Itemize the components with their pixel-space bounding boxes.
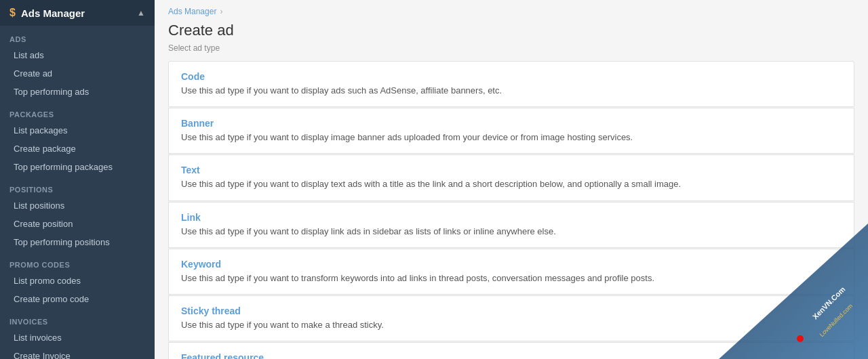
- ad-type-code[interactable]: Code Use this ad type if you want to dis…: [168, 61, 854, 107]
- breadcrumb-separator: ›: [220, 7, 222, 16]
- sidebar: $ Ads Manager ▲ Ads List ads Create ad T…: [0, 0, 155, 359]
- sidebar-item-top-performing-packages[interactable]: Top performing packages: [0, 158, 155, 176]
- sidebar-item-top-performing-positions[interactable]: Top performing positions: [0, 233, 155, 251]
- sidebar-item-top-performing-ads[interactable]: Top performing ads: [0, 83, 155, 101]
- sidebar-item-create-ad[interactable]: Create ad: [0, 64, 155, 83]
- sidebar-header[interactable]: $ Ads Manager ▲: [0, 0, 155, 26]
- ad-type-text-title[interactable]: Text: [181, 165, 842, 175]
- sidebar-item-list-promo-codes[interactable]: List promo codes: [0, 272, 155, 290]
- sidebar-item-create-invoice[interactable]: Create Invoice: [0, 347, 155, 359]
- ad-type-keyword[interactable]: Keyword Use this ad type if you want to …: [168, 249, 854, 295]
- sidebar-item-create-promo-code[interactable]: Create promo code: [0, 290, 155, 308]
- breadcrumb: Ads Manager ›: [155, 0, 868, 19]
- ad-type-keyword-title[interactable]: Keyword: [181, 259, 842, 270]
- ad-type-banner-desc: Use this ad type if you want to display …: [181, 131, 842, 144]
- sidebar-section-packages: Packages: [0, 101, 155, 121]
- ad-type-text[interactable]: Text Use this ad type if you want to dis…: [168, 154, 854, 200]
- ad-type-code-title[interactable]: Code: [181, 71, 842, 82]
- sidebar-section-promo-codes: Promo Codes: [0, 251, 155, 272]
- sidebar-section-invoices: Invoices: [0, 308, 155, 329]
- sidebar-item-list-positions[interactable]: List positions: [0, 196, 155, 215]
- page-title: Create ad: [155, 19, 868, 43]
- ad-type-sticky-thread-desc: Use this ad type if you want to make a t…: [181, 319, 842, 331]
- sidebar-section-positions: Positions: [0, 176, 155, 196]
- chevron-up-icon: ▲: [137, 8, 145, 18]
- ad-type-keyword-desc: Use this ad type if you want to transfor…: [181, 272, 842, 284]
- ad-type-link[interactable]: Link Use this ad type if you want to dis…: [168, 202, 854, 248]
- sidebar-title: Ads Manager: [21, 7, 85, 19]
- ad-type-featured-resource[interactable]: Featured resource Use this ad type if yo…: [168, 342, 854, 359]
- ad-type-code-desc: Use this ad type if you want to display …: [181, 85, 842, 97]
- page-subtitle: Select ad type: [155, 43, 868, 61]
- ad-type-text-desc: Use this ad type if you want to display …: [181, 178, 842, 190]
- sidebar-item-list-ads[interactable]: List ads: [0, 46, 155, 64]
- sidebar-item-create-position[interactable]: Create position: [0, 215, 155, 233]
- ad-type-link-desc: Use this ad type if you want to display …: [181, 226, 842, 238]
- ad-type-sticky-thread-title[interactable]: Sticky thread: [181, 305, 842, 316]
- sidebar-item-list-packages[interactable]: List packages: [0, 121, 155, 140]
- ad-type-featured-resource-title[interactable]: Featured resource: [181, 352, 842, 359]
- dollar-icon: $: [9, 7, 16, 19]
- sidebar-section-ads: Ads: [0, 26, 155, 46]
- ad-type-link-title[interactable]: Link: [181, 212, 842, 223]
- ad-types-list: Code Use this ad type if you want to dis…: [155, 61, 868, 359]
- ad-type-banner-title[interactable]: Banner: [181, 118, 842, 129]
- ad-type-banner[interactable]: Banner Use this ad type if you want to d…: [168, 108, 854, 154]
- main-content: Ads Manager › Create ad Select ad type C…: [155, 0, 868, 359]
- sidebar-item-list-invoices[interactable]: List invoices: [0, 329, 155, 347]
- sidebar-item-create-package[interactable]: Create package: [0, 140, 155, 158]
- breadcrumb-parent[interactable]: Ads Manager: [168, 7, 216, 16]
- ad-type-sticky-thread[interactable]: Sticky thread Use this ad type if you wa…: [168, 295, 854, 341]
